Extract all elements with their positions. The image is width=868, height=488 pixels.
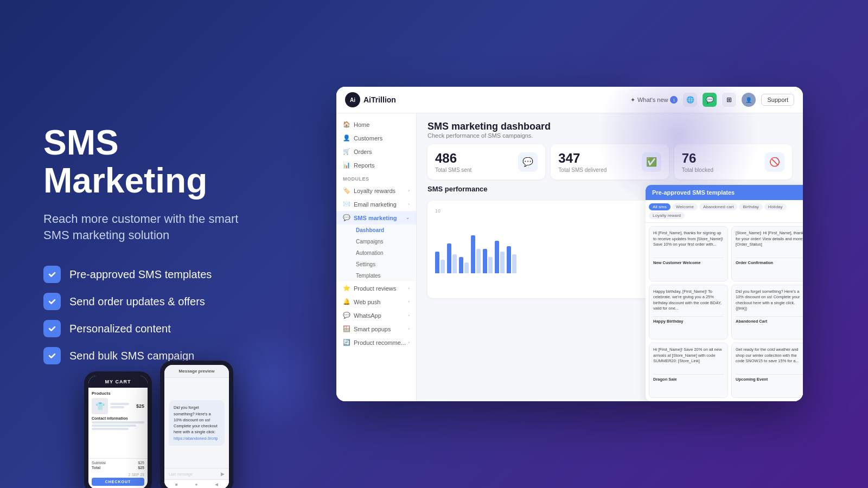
feature-text-3: Personalized content bbox=[69, 323, 171, 335]
notification-badge: 1 bbox=[670, 96, 678, 104]
content-header: SMS marketing dashboard Check performanc… bbox=[417, 113, 803, 144]
send-icon[interactable]: ▶ bbox=[221, 471, 225, 477]
chevron-right-icon-2: › bbox=[408, 202, 410, 207]
language-icon[interactable]: 🌐 bbox=[683, 93, 697, 107]
sidebar-item-reports[interactable]: 📊 Reports bbox=[336, 158, 416, 172]
contact-info-label: Contact information bbox=[92, 416, 144, 420]
dashboard-header: Ai AiTrillion ✦ What's new 1 🌐 💬 ⊞ 👤 Sup… bbox=[336, 87, 803, 113]
sidebar-item-webpush[interactable]: 🔔 Web push › bbox=[336, 295, 416, 309]
sms-submenu: Dashboard Campaigns Automation Settings … bbox=[336, 224, 416, 281]
support-button[interactable]: Support bbox=[761, 94, 794, 106]
template-card-5[interactable]: Hi [First_Name]! Save 20% on all new arr… bbox=[649, 343, 728, 398]
performance-section: SMS performance Past 7 days 10 bbox=[417, 185, 803, 401]
template-text-4: Did you forget something? Here's a 10% d… bbox=[736, 289, 803, 313]
feature-item-1: Pre-approved SMS templates bbox=[43, 266, 250, 283]
chart-y-label: 10 bbox=[435, 208, 441, 214]
stat-label-delivered: Total SMS delivered bbox=[558, 167, 607, 173]
template-text-2: [Store_Name]: Hi [First_Name], thanks fo… bbox=[736, 230, 803, 255]
stat-icon-blocked: 🚫 bbox=[765, 152, 784, 172]
cart-header: MY CART bbox=[88, 376, 148, 388]
sidebar-item-email[interactable]: ✉️ Email marketing › bbox=[336, 197, 416, 211]
avatar[interactable]: 👤 bbox=[742, 93, 756, 107]
sidebar-item-reviews[interactable]: ⭐ Product reviews › bbox=[336, 281, 416, 295]
stat-label-sent: Total SMS sent bbox=[435, 167, 471, 173]
sidebar-item-sms[interactable]: 💬 SMS marketing ⌄ bbox=[336, 211, 416, 224]
input-placeholder: Last message bbox=[169, 472, 193, 476]
tab-welcome[interactable]: Welcome bbox=[672, 203, 698, 210]
template-name-6: Upcoming Event bbox=[736, 374, 803, 382]
stat-icon-sent: 💬 bbox=[518, 152, 538, 172]
template-grid: Hi [First_Name], thanks for signing up t… bbox=[646, 223, 803, 401]
sidebar-item-loyalty[interactable]: 🏷️ Loyalty rewards › bbox=[336, 184, 416, 197]
tab-birthday[interactable]: Birthday bbox=[739, 203, 762, 210]
sidebar-item-whatsapp[interactable]: 💬 WhatsApp › bbox=[336, 309, 416, 322]
subtotal-row: Subtotal $25 bbox=[92, 461, 144, 465]
template-card-1[interactable]: Hi [First_Name], thanks for signing up t… bbox=[649, 226, 728, 281]
template-card-4[interactable]: Did you forget something? Here's a 10% d… bbox=[731, 285, 803, 340]
feature-item-3: Personalized content bbox=[43, 320, 250, 337]
phone-message-screen: Message preview Did you forget something… bbox=[164, 365, 229, 488]
phone-recent-icon: ◀ bbox=[215, 482, 218, 487]
tab-all-sms[interactable]: All sms bbox=[649, 203, 671, 210]
message-link: https://abandoned-3rcrtp bbox=[174, 436, 218, 441]
tab-abandoned[interactable]: Abandoned cart bbox=[699, 203, 738, 210]
grid-icon[interactable]: ⊞ bbox=[722, 93, 736, 107]
sub-nav-dashboard[interactable]: Dashboard bbox=[349, 224, 416, 236]
sms-icon[interactable]: 💬 bbox=[703, 93, 717, 107]
sub-nav-templates[interactable]: Templates bbox=[349, 270, 416, 281]
logo-text: AiTrillion bbox=[363, 95, 396, 104]
tab-holiday[interactable]: Holiday bbox=[764, 203, 787, 210]
sidebar-item-home[interactable]: 🏠 Home bbox=[336, 118, 416, 131]
logo-icon: Ai bbox=[345, 92, 360, 107]
check-icon-1 bbox=[43, 266, 61, 283]
floating-phones: MY CART Products 👕 $25 Contact informati… bbox=[84, 361, 233, 488]
template-card-3[interactable]: Happy birthday, [First_Name]! To celebra… bbox=[649, 285, 728, 340]
cart-product-row: 👕 $25 bbox=[92, 398, 144, 414]
sub-nav-campaigns[interactable]: Campaigns bbox=[349, 236, 416, 247]
stat-card-delivered: 347 Total SMS delivered ✅ bbox=[551, 144, 668, 179]
whats-new-button[interactable]: ✦ What's new 1 bbox=[630, 96, 678, 104]
content-title: SMS marketing dashboard bbox=[427, 121, 792, 132]
template-card-6[interactable]: Get ready for the cold weather and shop … bbox=[731, 343, 803, 398]
template-text-1: Hi [First_Name], thanks for signing up t… bbox=[653, 230, 724, 255]
tab-loyalty[interactable]: Loyalty reward bbox=[649, 212, 685, 219]
reports-icon: 📊 bbox=[343, 162, 350, 169]
message-preview-header: Message preview bbox=[164, 365, 229, 378]
template-text-5: Hi [First_Name]! Save 20% on all new arr… bbox=[653, 347, 724, 371]
stat-card-blocked: 76 Total blocked 🚫 bbox=[674, 144, 792, 179]
sidebar-item-product-rec[interactable]: 🔄 Product recomme... › bbox=[336, 336, 416, 349]
chevron-down-icon: ⌄ bbox=[406, 215, 410, 220]
stats-row: 486 Total SMS sent 💬 347 Total SMS deliv… bbox=[417, 144, 803, 185]
product-price: $25 bbox=[136, 403, 144, 409]
sub-nav-settings[interactable]: Settings bbox=[349, 259, 416, 270]
stat-label-blocked: Total blocked bbox=[682, 167, 713, 173]
phone-home-icon: ● bbox=[195, 482, 197, 487]
phone-nav-bar: ■ ● ◀ bbox=[164, 479, 229, 488]
templates-panel-header: Pre-approved SMS templates bbox=[646, 185, 803, 200]
performance-label: SMS performance bbox=[427, 185, 488, 193]
product-image: 👕 bbox=[92, 398, 108, 414]
templates-panel: Pre-approved SMS templates All sms Welco… bbox=[646, 185, 803, 401]
sms-nav-icon: 💬 bbox=[343, 214, 350, 221]
logo-area: Ai AiTrillion bbox=[345, 92, 396, 107]
check-icon-3 bbox=[43, 320, 61, 337]
page-title: SMS Marketing bbox=[43, 124, 250, 200]
chevron-right-icon: › bbox=[408, 188, 410, 193]
dashboard-body: 🏠 Home 👤 Customers 🛒 Orders 📊 Reports MO… bbox=[336, 113, 803, 401]
sub-nav-automation[interactable]: Automation bbox=[349, 247, 416, 259]
stat-number-blocked: 76 bbox=[682, 151, 713, 166]
page-subtitle: Reach more customer with the smart SMS m… bbox=[43, 211, 250, 245]
sidebar-item-popups[interactable]: 🪟 Smart popups › bbox=[336, 322, 416, 336]
customers-icon: 👤 bbox=[343, 134, 350, 142]
stat-number-delivered: 347 bbox=[558, 151, 607, 166]
message-input-area: Last message ▶ bbox=[164, 468, 229, 479]
template-text-6: Get ready for the cold weather and shop … bbox=[736, 347, 803, 371]
popups-icon: 🪟 bbox=[343, 325, 350, 332]
checkout-button[interactable]: CHECKOUT bbox=[92, 478, 144, 486]
cart-footer-area: Subtotal $25 Total $25 2 SEP 23 CHECKOUT bbox=[88, 458, 148, 488]
sidebar-item-orders[interactable]: 🛒 Orders bbox=[336, 145, 416, 158]
template-tabs: All sms Welcome Abandoned cart Birthday … bbox=[646, 200, 803, 223]
template-card-2[interactable]: [Store_Name]: Hi [First_Name], thanks fo… bbox=[731, 226, 803, 281]
orders-icon: 🛒 bbox=[343, 148, 350, 155]
sidebar-item-customers[interactable]: 👤 Customers bbox=[336, 131, 416, 145]
